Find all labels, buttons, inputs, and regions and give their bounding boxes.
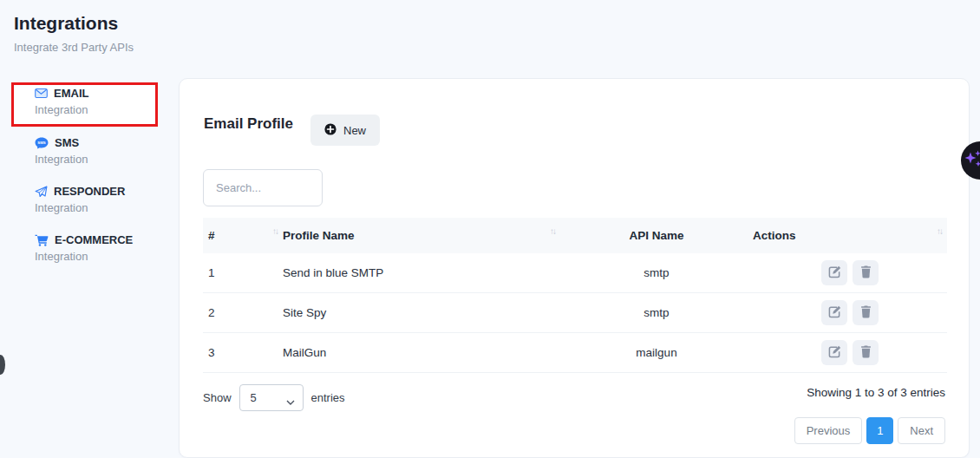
column-header-actions[interactable]: Actions ↑↓ [753,229,947,242]
page-size-select[interactable]: 5 [239,384,304,411]
delete-button[interactable] [853,260,879,285]
search-input[interactable] [203,169,323,206]
edit-icon [828,345,841,361]
sidebar-item-ecommerce[interactable]: E-COMMERCE Integration [35,233,133,263]
sidebar-item-email[interactable]: EMAIL Integration [35,87,88,116]
new-button[interactable]: New [310,114,380,146]
trash-icon [860,345,872,361]
row-profile-name: MailGun [283,346,560,359]
pagination: Previous 1 Next [794,417,945,444]
sms-bubble-icon: SMS [35,137,49,149]
row-num: 2 [203,306,283,319]
column-header-num[interactable]: # ↑↓ [203,229,283,242]
new-button-label: New [343,124,366,137]
email-profile-panel: Email Profile New # ↑↓ Profile Name ↑↓ A… [179,78,970,458]
sidebar-item-sublabel: Integration [35,250,133,263]
delete-button[interactable] [853,300,879,325]
left-edge-handle[interactable] [0,355,5,375]
page-title: Integrations [14,13,134,34]
sidebar-item-sublabel: Integration [35,201,125,214]
sort-icon[interactable]: ↑↓ [550,226,555,236]
previous-page-button[interactable]: Previous [794,417,863,444]
page-header: Integrations Integrate 3rd Party APIs [14,13,134,54]
row-num: 3 [203,346,283,359]
row-api-name: smtp [560,266,753,279]
next-page-button[interactable]: Next [898,417,945,444]
sidebar-item-label: EMAIL [54,87,88,100]
table-row: 3 MailGun mailgun [203,333,947,373]
row-api-name: smtp [560,306,753,319]
envelope-icon [35,88,48,98]
sidebar-item-label: SMS [55,136,79,149]
svg-text:SMS: SMS [37,141,45,145]
page-subtitle: Integrate 3rd Party APIs [14,41,134,54]
show-label: Show [203,391,232,404]
row-num: 1 [203,266,283,279]
sidebar-item-sms[interactable]: SMS SMS Integration [35,136,88,166]
sidebar-item-sublabel: Integration [35,153,88,166]
edit-icon [828,305,841,321]
email-profile-table: # ↑↓ Profile Name ↑↓ API Name Actions ↑↓… [203,218,947,373]
trash-icon [860,305,872,321]
sidebar-item-label: RESPONDER [54,185,125,198]
plus-circle-icon [324,123,336,138]
edit-icon [828,265,841,281]
edit-button[interactable] [821,300,847,325]
row-api-name: mailgun [560,346,753,359]
column-header-api-name: API Name [560,229,753,242]
showing-entries-text: Showing 1 to 3 of 3 entries [807,386,945,399]
row-profile-name: Send in blue SMTP [283,266,560,279]
delete-button[interactable] [853,340,879,365]
sort-icon[interactable]: ↑↓ [937,226,942,236]
column-header-profile-name[interactable]: Profile Name ↑↓ [283,229,560,242]
table-row: 1 Send in blue SMTP smtp [203,253,947,293]
table-row: 2 Site Spy smtp [203,293,947,333]
current-page-button[interactable]: 1 [866,417,893,444]
page-size-control: Show 5 entries [203,384,345,411]
row-profile-name: Site Spy [283,306,560,319]
sort-icon[interactable]: ↑↓ [272,226,278,236]
edit-button[interactable] [821,340,847,365]
sidebar-item-label: E-COMMERCE [55,233,133,246]
sidebar-item-responder[interactable]: RESPONDER Integration [35,185,125,214]
entries-label: entries [311,391,345,404]
table-header-row: # ↑↓ Profile Name ↑↓ API Name Actions ↑↓ [203,218,947,253]
paper-plane-icon [35,186,48,198]
integrations-page: Integrations Integrate 3rd Party APIs EM… [0,0,980,458]
panel-title: Email Profile [204,115,293,133]
shopping-cart-icon [35,234,49,246]
sidebar-item-sublabel: Integration [35,103,88,116]
trash-icon [860,265,872,281]
edit-button[interactable] [821,260,847,285]
